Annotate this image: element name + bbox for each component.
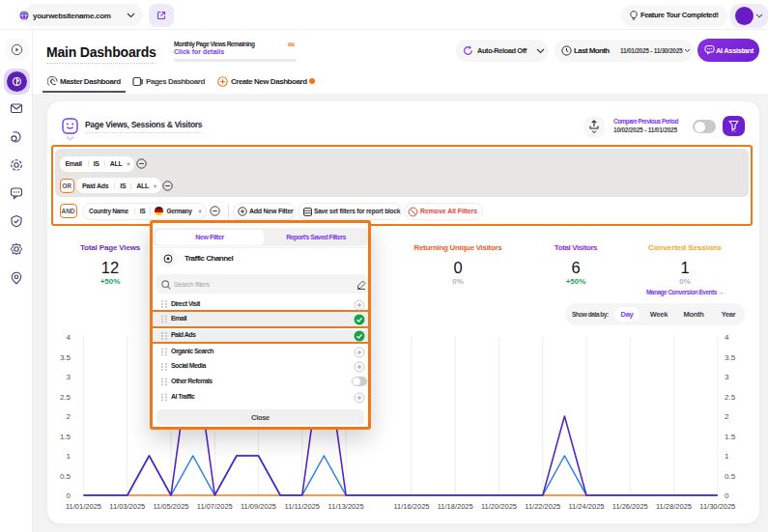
svg-text:11/22/2025: 11/22/2025 <box>525 502 560 511</box>
svg-text:11/20/2025: 11/20/2025 <box>481 502 517 511</box>
svg-text:3: 3 <box>67 373 71 381</box>
svg-text:2.5: 2.5 <box>725 393 736 402</box>
svg-text:1: 1 <box>67 452 71 461</box>
svg-text:11/24/2025: 11/24/2025 <box>569 502 605 511</box>
svg-text:11/13/2025: 11/13/2025 <box>328 502 364 511</box>
svg-text:0: 0 <box>725 491 729 500</box>
svg-text:11/18/2025: 11/18/2025 <box>438 502 473 511</box>
svg-text:11/05/2025: 11/05/2025 <box>154 502 189 511</box>
svg-text:3.5: 3.5 <box>725 353 736 362</box>
svg-text:11/11/2025: 11/11/2025 <box>285 502 320 511</box>
svg-text:1.5: 1.5 <box>60 433 71 441</box>
svg-text:11/16/2025: 11/16/2025 <box>394 502 430 511</box>
svg-text:11/26/2025: 11/26/2025 <box>612 502 648 511</box>
svg-text:1.5: 1.5 <box>725 433 736 441</box>
svg-text:3.5: 3.5 <box>60 353 71 362</box>
svg-text:11/03/2025: 11/03/2025 <box>109 502 145 511</box>
svg-text:11/28/2025: 11/28/2025 <box>656 502 692 511</box>
svg-text:0: 0 <box>67 491 71 500</box>
svg-text:2: 2 <box>67 412 71 421</box>
svg-text:0.5: 0.5 <box>60 472 71 481</box>
svg-text:2: 2 <box>725 412 729 421</box>
svg-text:4: 4 <box>67 333 71 342</box>
svg-text:11/07/2025: 11/07/2025 <box>197 502 233 511</box>
svg-text:11/01/2025: 11/01/2025 <box>66 502 101 511</box>
svg-text:11/09/2025: 11/09/2025 <box>241 502 276 511</box>
svg-text:2.5: 2.5 <box>60 393 71 402</box>
svg-text:1: 1 <box>725 452 729 461</box>
svg-text:4: 4 <box>725 333 729 342</box>
svg-text:3: 3 <box>725 373 729 381</box>
svg-text:0.5: 0.5 <box>725 472 736 481</box>
svg-text:11/30/2025: 11/30/2025 <box>699 502 735 511</box>
